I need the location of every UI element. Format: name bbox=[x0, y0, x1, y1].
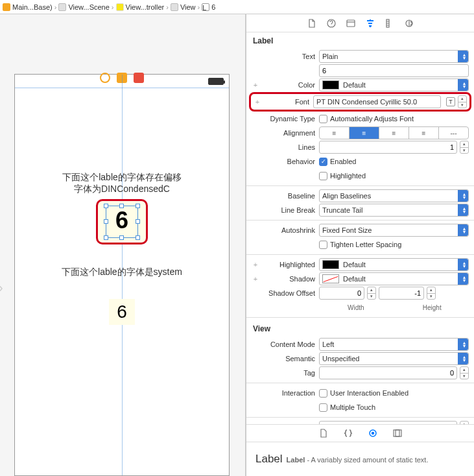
lines-input[interactable] bbox=[319, 141, 457, 154]
field-label: Shadow Offset bbox=[252, 289, 319, 297]
breadcrumb: Main...Base) › View...Scene › View...tro… bbox=[0, 0, 474, 14]
align-natural-button[interactable]: --- bbox=[439, 127, 468, 139]
align-center-button[interactable]: ≡ bbox=[350, 127, 379, 139]
field-label: Behavior bbox=[252, 158, 319, 165]
text-value-input[interactable] bbox=[319, 64, 469, 77]
storyboard-icon bbox=[3, 3, 10, 11]
autoshrink-dropdown[interactable]: Fixed Font Size▴▾ bbox=[319, 224, 469, 237]
guide-horizontal bbox=[15, 88, 229, 88]
breadcrumb-item[interactable]: View...troller bbox=[116, 3, 165, 11]
text-type-dropdown[interactable]: Plain▴▾ bbox=[319, 50, 469, 63]
inspector-tabs bbox=[246, 14, 474, 32]
resize-handle[interactable] bbox=[104, 235, 108, 240]
user-interaction-checkbox[interactable] bbox=[319, 389, 327, 398]
arrow-icon: › bbox=[0, 280, 3, 295]
field-label: Autoshrink bbox=[252, 226, 319, 234]
resize-handle[interactable] bbox=[136, 204, 140, 208]
chevron-icon: › bbox=[166, 3, 169, 11]
tag-input[interactable] bbox=[319, 366, 457, 379]
connections-tab-icon[interactable] bbox=[404, 18, 414, 29]
add-icon[interactable]: + bbox=[252, 261, 259, 268]
device-frame: 下面这个lable的字体存在偏移 字体为DINCondensedC 6 下面这个… bbox=[14, 74, 230, 476]
alignment-segmented: ≡ ≡ ≡ ≡ --- bbox=[319, 126, 469, 139]
semantic-dropdown[interactable]: Unspecified▴▾ bbox=[319, 352, 469, 365]
highlighted-color-dropdown[interactable]: Default▴▾ bbox=[319, 258, 469, 271]
font-picker-icon[interactable]: T bbox=[446, 97, 455, 106]
resize-handle[interactable] bbox=[136, 219, 140, 224]
attributes-tab-icon[interactable] bbox=[365, 18, 375, 29]
stepper[interactable]: ▴▾ bbox=[367, 287, 376, 300]
field-label: Text bbox=[259, 53, 319, 60]
svg-rect-6 bbox=[394, 430, 401, 436]
viewcontroller-icon bbox=[116, 3, 124, 11]
field-label: Shadow bbox=[259, 275, 319, 283]
color-swatch bbox=[322, 80, 339, 89]
align-right-button[interactable]: ≡ bbox=[379, 127, 409, 139]
media-library-tab-icon[interactable] bbox=[392, 428, 403, 438]
multiple-touch-checkbox[interactable] bbox=[319, 403, 327, 412]
size-tab-icon[interactable] bbox=[385, 18, 395, 29]
resize-handle[interactable] bbox=[104, 219, 108, 224]
circle-icon bbox=[100, 73, 110, 83]
field-label: Font bbox=[261, 98, 313, 106]
shadow-height-input[interactable] bbox=[379, 287, 424, 300]
breadcrumb-item[interactable]: View bbox=[171, 3, 196, 11]
enabled-checkbox[interactable]: ✓ bbox=[319, 158, 327, 166]
content-mode-dropdown[interactable]: Left▴▾ bbox=[319, 338, 469, 351]
add-icon[interactable]: + bbox=[254, 98, 261, 106]
canvas-label-1[interactable]: 下面这个lable的字体存在偏移 字体为DINCondensedC bbox=[15, 172, 229, 195]
add-icon[interactable]: + bbox=[252, 81, 259, 89]
field-label: Baseline bbox=[252, 192, 319, 200]
field-label: Tag bbox=[252, 369, 319, 377]
linebreak-dropdown[interactable]: Truncate Tail▴▾ bbox=[319, 204, 469, 217]
canvas-label-2[interactable]: 下面这个lable的字体是system bbox=[15, 267, 229, 278]
library-tabs bbox=[246, 424, 474, 442]
tighten-checkbox[interactable] bbox=[319, 241, 327, 249]
label-icon: L bbox=[202, 3, 209, 11]
section-label: Label bbox=[246, 32, 474, 49]
font-stepper[interactable]: ▴▾ bbox=[458, 95, 467, 108]
stepper[interactable]: ▴▾ bbox=[460, 366, 469, 379]
section-view: View bbox=[246, 320, 474, 337]
field-label: Semantic bbox=[252, 355, 319, 363]
dynamic-type-checkbox[interactable] bbox=[319, 115, 327, 123]
stepper[interactable]: ▴▾ bbox=[427, 287, 436, 300]
battery-icon bbox=[208, 78, 224, 85]
breadcrumb-item[interactable]: Main...Base) bbox=[3, 3, 53, 11]
align-left-button[interactable]: ≡ bbox=[320, 127, 350, 139]
shadow-width-input[interactable] bbox=[319, 287, 364, 300]
code-snippet-tab-icon[interactable] bbox=[343, 428, 353, 438]
field-label: Highlighted bbox=[259, 261, 319, 268]
identity-tab-icon[interactable] bbox=[346, 18, 356, 29]
object-library-tab-icon[interactable] bbox=[368, 428, 378, 438]
selected-label[interactable]: 6 bbox=[96, 199, 148, 244]
breadcrumb-item[interactable]: L6 bbox=[202, 3, 215, 11]
resize-handle[interactable] bbox=[119, 235, 124, 240]
label-text: 6 bbox=[115, 207, 128, 234]
color-dropdown[interactable]: Default▴▾ bbox=[319, 78, 469, 91]
chevron-icon: › bbox=[54, 3, 57, 11]
object-description: Label Label - A variably sized amount of… bbox=[246, 442, 474, 476]
add-icon[interactable]: + bbox=[252, 275, 259, 283]
font-field[interactable]: PT DIN Condensed Cyrillic 50.0 bbox=[313, 95, 441, 108]
chevron-icon: › bbox=[198, 3, 200, 11]
resize-handle[interactable] bbox=[104, 204, 108, 208]
help-tab-icon[interactable] bbox=[326, 18, 337, 29]
chevron-icon: › bbox=[112, 3, 114, 11]
inspector-panel: Label Text Plain▴▾ + Color Default▴▾ + F… bbox=[246, 14, 474, 476]
lines-stepper[interactable]: ▴▾ bbox=[460, 141, 469, 154]
file-template-tab-icon[interactable] bbox=[318, 428, 329, 438]
baseline-dropdown[interactable]: Align Baselines▴▾ bbox=[319, 189, 469, 202]
color-swatch bbox=[322, 260, 339, 269]
canvas[interactable]: › 下面这个lable的字体存在偏移 字体为DINCondensedC 6 bbox=[0, 14, 246, 476]
highlighted-checkbox[interactable] bbox=[319, 172, 327, 180]
shadow-color-dropdown[interactable]: Default▴▾ bbox=[319, 272, 469, 285]
file-tab-icon[interactable] bbox=[307, 18, 317, 29]
align-justify-button[interactable]: ≡ bbox=[409, 127, 439, 139]
resize-handle[interactable] bbox=[119, 204, 124, 208]
resize-handle[interactable] bbox=[136, 235, 140, 240]
breadcrumb-item[interactable]: View...Scene bbox=[58, 3, 109, 11]
system-label[interactable]: 6 bbox=[109, 299, 135, 325]
svg-point-5 bbox=[372, 433, 373, 434]
svg-rect-7 bbox=[396, 430, 399, 436]
